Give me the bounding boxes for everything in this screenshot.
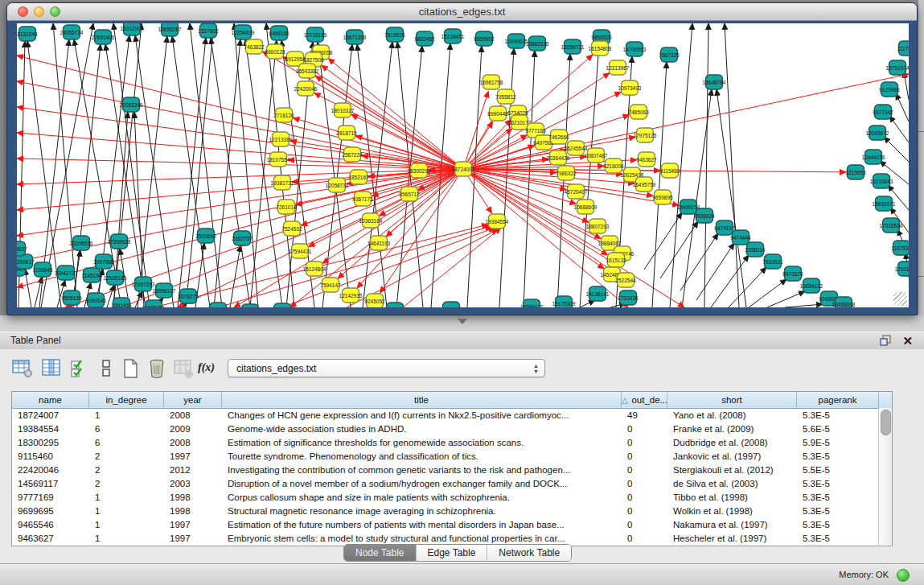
graph-node-label: 15751074 bbox=[886, 65, 909, 71]
table-cell: Tourette syndrome. Phenomenology and cla… bbox=[222, 450, 622, 463]
table-row[interactable]: 969969511998Structural magnetic resonanc… bbox=[12, 505, 892, 518]
close-panel-icon[interactable]: ✕ bbox=[902, 334, 913, 348]
graph-node-label: 2818715 bbox=[336, 130, 357, 136]
table-body: 1872400712008Changes of HCN gene express… bbox=[12, 409, 892, 546]
network-canvas[interactable]: 8131044240557242769140616312004106552871… bbox=[17, 23, 909, 307]
column-header-out_de[interactable]: △ out_de... bbox=[622, 392, 667, 408]
show-columns-icon[interactable] bbox=[40, 357, 63, 380]
graph-node-label: 7594147 bbox=[320, 282, 341, 288]
column-header-name[interactable]: name bbox=[12, 392, 89, 408]
graph-node-label: 1117334 bbox=[897, 46, 909, 51]
table-cell: 1 bbox=[89, 518, 164, 532]
graph-node-label: 9565717 bbox=[399, 192, 420, 197]
table-cell: Jankovic et al. (1997) bbox=[667, 450, 797, 463]
table-cell: 5.3E-5 bbox=[797, 505, 879, 518]
column-header-short[interactable]: short bbox=[667, 392, 797, 408]
graph-node[interactable] bbox=[274, 303, 291, 307]
graph-node-label: 18807293 bbox=[586, 224, 610, 229]
graph-node-label: 9227342 bbox=[873, 109, 893, 115]
table-row[interactable]: 1938455462009Genome-wide association stu… bbox=[12, 422, 892, 436]
graph-node-label: 2522544 bbox=[615, 278, 636, 283]
table-cell: 1 bbox=[89, 491, 164, 505]
split-pane-grabber[interactable] bbox=[458, 319, 467, 324]
table-row[interactable]: 911546021997Tourette syndrome. Phenomeno… bbox=[12, 450, 892, 463]
table-cell: 2008 bbox=[164, 409, 222, 422]
tab-edge-table[interactable]: Edge Table bbox=[417, 545, 488, 561]
table-cell: 5.3E-5 bbox=[797, 491, 879, 505]
graph-node-label: 22420046 bbox=[294, 86, 318, 92]
float-panel-icon[interactable] bbox=[880, 335, 892, 347]
table-row[interactable]: 1872400712008Changes of HCN gene express… bbox=[12, 409, 892, 422]
graph-node-label: 9938924 bbox=[694, 213, 715, 219]
graph-node-label: 27691406 bbox=[92, 35, 115, 40]
table-cell: 0 bbox=[622, 436, 667, 450]
graph-node[interactable] bbox=[242, 304, 259, 307]
graph-node-label: 2520650 bbox=[195, 233, 216, 239]
graph-node-label: 10655287 bbox=[158, 27, 182, 32]
graph-node-label: 16245544 bbox=[565, 146, 588, 151]
graph-node-label: 8131044 bbox=[17, 31, 38, 37]
graph-node-label: 12058731 bbox=[326, 183, 349, 188]
graph-node-label: 2718126 bbox=[273, 113, 294, 118]
table-mode-icon[interactable] bbox=[11, 357, 34, 380]
panel-notch bbox=[918, 131, 924, 132]
graph-node-label: 1527602 bbox=[198, 28, 219, 34]
table-row[interactable]: 1830029562008Estimation of significance … bbox=[12, 436, 892, 450]
table-cell: 5.9E-5 bbox=[797, 436, 879, 450]
column-header-in_degree[interactable]: in_degree bbox=[89, 392, 164, 408]
column-header-pagerank[interactable]: pagerank bbox=[797, 392, 879, 408]
graph-node-label: 16312004 bbox=[121, 26, 144, 31]
vertical-scrollbar[interactable] bbox=[878, 408, 892, 545]
table-cell: 2009 bbox=[164, 422, 222, 436]
graph-node-label: 17975125 bbox=[634, 133, 657, 138]
graph-node-label: 9367172 bbox=[352, 196, 373, 202]
table-row[interactable]: 1456911722003Disruption of a novel membe… bbox=[12, 477, 892, 491]
table-cell: 5.3E-5 bbox=[797, 409, 879, 422]
table-row[interactable]: 2242004622012Investigating the contribut… bbox=[12, 463, 892, 477]
table-cell: 19384554 bbox=[12, 422, 89, 436]
table-selector-dropdown[interactable]: citations_edges.txt ▲▼ bbox=[228, 359, 545, 377]
table-row[interactable]: 946554611997Estimation of the future num… bbox=[12, 518, 892, 532]
delete-table-icon[interactable] bbox=[172, 357, 195, 380]
node-layer: 8131044240557242769140616312004106552871… bbox=[17, 23, 909, 307]
graph-node-label: 9699695 bbox=[441, 307, 462, 308]
table-cell: Nakamura et al. (1997) bbox=[667, 518, 797, 532]
scrollbar-thumb[interactable] bbox=[881, 410, 891, 435]
column-header-year[interactable]: year bbox=[164, 392, 222, 408]
graph-node-label: 1852167 bbox=[348, 175, 369, 180]
graph-node-label: 2935114 bbox=[745, 247, 766, 253]
new-column-icon[interactable] bbox=[119, 357, 142, 380]
graph-node-label: 45720407 bbox=[565, 189, 588, 195]
graph-node-label: 1827506 bbox=[303, 57, 324, 63]
selection-mode-icon[interactable] bbox=[68, 357, 91, 380]
table-cell: 0 bbox=[622, 518, 667, 532]
graph-node-label: 19381737 bbox=[271, 180, 294, 186]
table-row[interactable]: 977716911998Corpus callosum shape and si… bbox=[12, 491, 892, 505]
table-cell: Genome-wide association studies in ADHD. bbox=[222, 422, 622, 436]
table-panel-body: f(x) citations_edges.txt ▲▼ namein_degre… bbox=[0, 349, 924, 563]
tab-network-table[interactable]: Network Table bbox=[487, 545, 571, 561]
graph-node-label: 12213389 bbox=[269, 137, 293, 142]
table-cell: 1 bbox=[89, 505, 164, 518]
table-cell: 9777169 bbox=[12, 491, 89, 505]
window-resize-grip[interactable] bbox=[893, 292, 907, 306]
graph-node-label: 1145194 bbox=[82, 273, 102, 278]
graph-node-label: 14641193 bbox=[368, 241, 391, 246]
table-cell: Corpus callosum shape and size in male p… bbox=[222, 491, 622, 505]
graph-node-label: 9505159 bbox=[61, 295, 82, 301]
column-header-title[interactable]: title bbox=[222, 392, 622, 408]
graph-node-label: 9892452 bbox=[414, 36, 435, 42]
table-cell: 1 bbox=[89, 409, 164, 422]
window-titlebar[interactable]: citations_edges.txt bbox=[7, 3, 917, 21]
graph-node-label: 16210643 bbox=[870, 179, 893, 184]
table-cell: Investigating the contribution of common… bbox=[222, 463, 622, 477]
graph-node-label: 2062757 bbox=[232, 236, 253, 241]
graph-node-label: 14136141 bbox=[586, 291, 610, 297]
table-cell: Tibbo et al. (1998) bbox=[667, 491, 797, 505]
table-cell: Wolkin et al. (1998) bbox=[667, 505, 797, 518]
tab-node-table[interactable]: Node Table bbox=[344, 545, 417, 561]
row-height-icon[interactable] bbox=[95, 357, 117, 380]
function-builder-icon[interactable]: f(x) bbox=[198, 357, 220, 380]
table-cell: Disruption of a novel member of a sodium… bbox=[222, 477, 622, 491]
delete-column-icon[interactable] bbox=[146, 357, 168, 380]
